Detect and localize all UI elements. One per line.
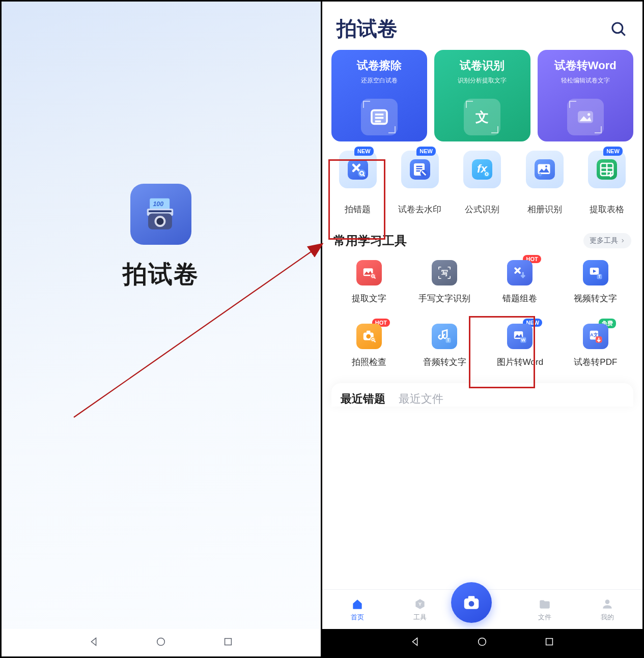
tab-recent-wrong[interactable]: 最近错题 [341,391,385,407]
home-icon [351,597,364,611]
nav-me[interactable]: 我的 [576,597,638,622]
nav-files[interactable]: 文件 [514,597,576,622]
tool-label: 公式识别 [454,204,511,215]
svg-text:Y: Y [418,601,422,607]
svg-point-64 [479,638,486,646]
splash-panel: 100 拍试卷 [2,2,322,656]
svg-text:T: T [447,337,450,342]
search-icon[interactable] [610,20,627,38]
learn-label: 拍照检查 [331,356,407,368]
svg-point-17 [587,113,590,116]
tools-icon: Y [413,597,427,611]
system-nav-right [322,629,643,656]
feature-title: 试卷擦除 [338,58,422,73]
app-logo-icon: 100 [130,184,191,245]
camera-button-icon [451,582,492,623]
new-badge: NEW [416,147,436,156]
learn-compose[interactable]: HOT 错题组卷 [482,260,557,304]
learn-handwriting[interactable]: 写 手写文字识别 [407,260,482,304]
more-tools-button[interactable]: 更多工具 [583,233,631,248]
learn-audio[interactable]: T 音频转文字 [407,324,482,368]
nav-tools[interactable]: Y 工具 [388,597,451,622]
learn-photocheck[interactable]: HOT 拍照检查 [331,324,407,368]
tool-label: 提取表格 [578,204,635,215]
learn-label: 错题组卷 [482,293,557,304]
feature-subtitle: 还原空白试卷 [338,76,422,85]
tab-recent-files[interactable]: 最近文件 [399,391,443,407]
learn-video[interactable]: T 视频转文字 [558,260,633,304]
text-icon: 文 [464,99,500,135]
svg-rect-60 [468,596,475,599]
svg-rect-30 [538,164,550,175]
list-icon [361,99,398,135]
page-title: 拍试卷 [337,15,398,43]
feature-erase[interactable]: 试卷擦除 还原空白试卷 [331,50,428,141]
section-title: 常用学习工具 [333,233,407,249]
home-icon[interactable] [477,636,488,649]
svg-line-49 [374,341,376,342]
feature-title: 试卷转Word [544,58,628,73]
svg-point-7 [157,638,165,646]
back-icon[interactable] [409,636,421,649]
learn-label: 音频转文字 [407,356,482,368]
folder-icon [538,597,551,611]
svg-text:100: 100 [153,201,164,208]
system-nav-left [2,629,321,656]
svg-text:T: T [598,274,601,279]
svg-point-46 [366,334,371,339]
learn-label: 试卷转PDF [558,356,633,368]
learn-extract-text[interactable]: 提取文字 [331,260,407,304]
svg-text:文: 文 [475,109,489,125]
image-icon [567,99,604,135]
feature-subtitle: 识别分析提取文字 [440,76,524,85]
svg-point-6 [157,218,164,225]
nav-camera[interactable] [451,596,514,623]
svg-point-28 [484,171,490,177]
chevron-right-icon [620,238,625,243]
svg-point-9 [612,22,623,33]
recent-icon[interactable] [544,636,555,649]
home-panel: 拍试卷 试卷擦除 还原空白试卷 试卷识别 识别分析提取文字 文 试卷 [322,2,643,656]
user-icon [601,597,614,611]
feature-subtitle: 轻松编辑试卷文字 [544,76,628,85]
svg-rect-45 [367,331,371,333]
recent-card: 最近错题 最近文件 [331,383,634,407]
learn-label: 视频转文字 [558,293,633,304]
svg-rect-3 [149,211,172,213]
feature-title: 试卷识别 [440,58,524,73]
tool-label: 试卷去水印 [391,204,449,215]
learn-img2word[interactable]: NEW W 图片转Word [482,324,557,368]
svg-rect-65 [546,639,553,645]
learn-pdf[interactable]: 免费 A文 试卷转PDF [558,324,633,368]
tool-watermark[interactable]: NEW 试卷去水印 [391,151,449,215]
tool-formula[interactable]: fx 公式识别 [454,151,511,215]
learn-label: 图片转Word [482,356,557,368]
bottom-nav: 首页 Y 工具 文件 我的 [322,589,643,629]
tool-label: 相册识别 [516,204,573,215]
nav-home[interactable]: 首页 [326,597,389,622]
feature-toword[interactable]: 试卷转Word 轻松编辑试卷文字 [538,50,634,141]
app-name: 拍试卷 [123,258,199,291]
svg-point-63 [605,599,609,604]
learn-label: 手写文字识别 [407,293,482,304]
tool-table[interactable]: NEW 提取表格 [578,151,635,215]
svg-line-10 [622,32,625,35]
new-badge: NEW [603,147,623,156]
home-icon[interactable] [155,636,166,649]
learn-label: 提取文字 [331,293,407,304]
recent-icon[interactable] [222,636,234,649]
svg-text:写: 写 [441,269,448,277]
svg-rect-8 [225,639,232,645]
feature-ocr[interactable]: 试卷识别 识别分析提取文字 文 [434,50,530,141]
tool-album[interactable]: 相册识别 [516,151,573,215]
svg-point-31 [545,165,547,167]
svg-text:W: W [521,337,526,342]
new-badge: NEW [354,147,374,156]
tool-wrongquestion[interactable]: NEW 拍错题 [329,151,386,215]
back-icon[interactable] [88,636,99,649]
tool-label: 拍错题 [329,204,386,215]
